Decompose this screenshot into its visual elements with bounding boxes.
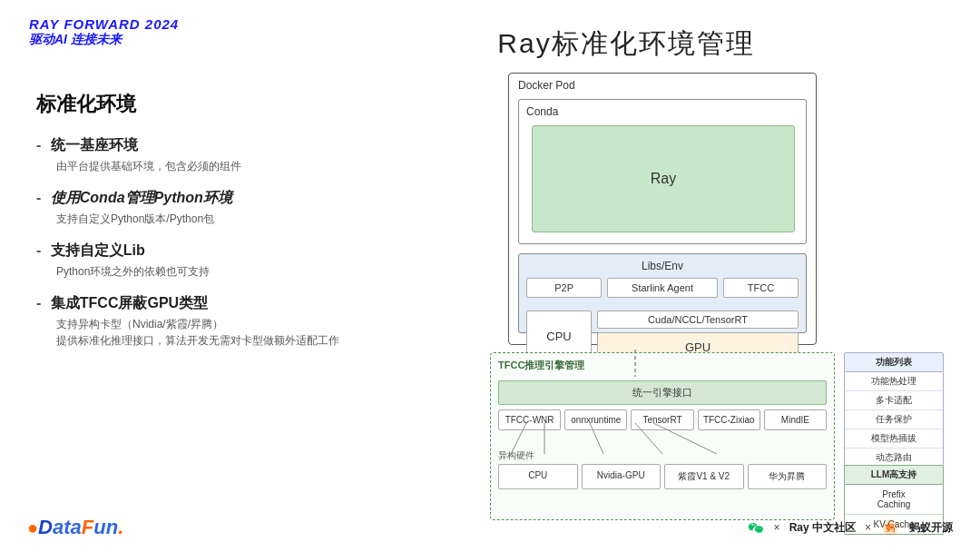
bullet-main-2: - 使用Conda管理Python环境: [36, 189, 445, 208]
bullet-item-2: - 使用Conda管理Python环境 支持自定义Python版本/Python…: [36, 189, 445, 227]
dash-4: -: [36, 295, 41, 310]
libs-env-box: Libs/Env P2P Starlink Agent TFCC CPU Cud…: [518, 253, 807, 333]
conda-box: Conda Ray: [518, 99, 807, 244]
lib-starlink: Starlink Agent: [607, 278, 718, 298]
hw-huawei: 华为昇腾: [748, 464, 828, 489]
bullet-item-3: - 支持自定义Lib Python环境之外的依赖也可支持: [36, 242, 445, 280]
bullet-sub-2: 支持自定义Python版本/Python包: [56, 211, 445, 227]
cuda-box: Cuda/NCCL/TensorRT: [597, 310, 799, 329]
header: RAY FORWARD 2024 驱动AI 连接未来: [29, 16, 179, 48]
hw-nvidia: Nvidia-GPU: [582, 464, 662, 489]
engine-onnxruntime: onnxruntime: [564, 409, 627, 430]
engines-row: TFCC-WNR onnxruntime TensorRT TFCC-Zixia…: [498, 409, 827, 430]
feature-3: 任务保护: [845, 410, 943, 429]
lib-p2p: P2P: [526, 278, 602, 298]
feature-1: 功能热处理: [845, 372, 943, 391]
footer-separator: ×: [774, 521, 780, 534]
feature-4: 模型热插拔: [845, 429, 943, 448]
feature-group: 功能列表 功能热处理 多卡适配 任务保护 模型热插拔 动态路由: [844, 352, 944, 468]
docker-pod-label: Docker Pod: [518, 79, 575, 92]
conda-label: Conda: [526, 105, 558, 118]
ray-box: Ray: [532, 125, 795, 232]
engine-tfcc-wnr: TFCC-WNR: [498, 409, 561, 430]
header-title: RAY FORWARD 2024: [29, 16, 179, 32]
llm-title: LLM高支持: [844, 465, 944, 485]
features-box: 功能列表 功能热处理 多卡适配 任务保护 模型热插拔 动态路由: [844, 352, 944, 475]
libs-row: P2P Starlink Agent TFCC: [526, 278, 799, 298]
engine-mindie: MindIE: [764, 409, 827, 430]
dash-2: -: [36, 190, 41, 205]
bullet-sub-4b: 提供标准化推理接口，算法开发无需对卡型做额外适配工作: [56, 332, 445, 349]
engine-tfcc-zixiao: TFCC-Zixiao: [698, 409, 760, 430]
bullet-sub-3: Python环境之外的依赖也可支持: [56, 263, 445, 280]
feature-2: 多卡适配: [845, 391, 943, 410]
libs-label: Libs/Env: [519, 260, 806, 272]
docker-pod-box: Docker Pod Conda Ray Libs/Env P2P Starli…: [508, 73, 817, 345]
footer-brand3: 蚂蚁开源: [909, 520, 953, 536]
lib-tfcc: TFCC: [723, 278, 799, 298]
ray-label: Ray: [651, 171, 676, 187]
engine-tensorrt: TensorRT: [631, 409, 693, 430]
bullet-sub-4a: 支持异构卡型（Nvidia/紫霞/昇腾）: [56, 316, 445, 332]
footer-brand1: Ray 中文社区: [789, 520, 856, 536]
right-panel: Docker Pod Conda Ray Libs/Env P2P Starli…: [490, 73, 953, 536]
footer-right: × Ray 中文社区 × 蚂 蚂蚁开源: [747, 518, 953, 537]
features-title: 功能列表: [844, 352, 944, 372]
hw-cpu: CPU: [498, 464, 578, 489]
logo-datafun: ●DataFun.: [27, 516, 123, 538]
bullet-main-3: - 支持自定义Lib: [36, 242, 445, 261]
bullet-main-4: - 集成TFCC屏蔽GPU类型: [36, 294, 445, 313]
hw-row: CPU Nvidia-GPU 紫霞V1 & V2 华为昇腾: [498, 464, 827, 489]
tfcc-box: TFCC推理引擎管理 统一引擎接口 TFCC-WNR onnxruntime T…: [490, 352, 835, 520]
hw-zixiao: 紫霞V1 & V2: [664, 464, 744, 489]
svg-text:蚂: 蚂: [886, 523, 895, 533]
page-title: Ray标准化环境管理: [363, 25, 889, 63]
tfcc-label: TFCC推理引擎管理: [498, 359, 584, 372]
bullet-main-1: - 统一基座环境: [36, 136, 445, 155]
ant-icon: 蚂: [880, 518, 900, 537]
dash-3: -: [36, 242, 41, 258]
unified-bar: 统一引擎接口: [498, 380, 827, 405]
left-panel: 标准化环境 - 统一基座环境 由平台提供基础环境，包含必须的组件 - 使用Con…: [36, 91, 445, 363]
footer-logo: ●DataFun.: [27, 516, 123, 539]
section-title: 标准化环境: [36, 91, 445, 118]
feature-5: 动态路由: [845, 448, 943, 467]
feature-items: 功能热处理 多卡适配 任务保护 模型热插拔 动态路由: [844, 372, 944, 468]
wechat-icon: [747, 518, 765, 537]
bullet-sub-1: 由平台提供基础环境，包含必须的组件: [56, 158, 445, 174]
dash-1: -: [36, 137, 41, 153]
hw-label: 异构硬件: [498, 449, 534, 462]
footer-brand2: ×: [865, 521, 871, 534]
header-subtitle: 驱动AI 连接未来: [29, 32, 179, 48]
llm-item-1: Prefix Caching: [845, 485, 943, 515]
footer: ●DataFun. × Ray 中文社区 × 蚂 蚂蚁开源: [27, 516, 953, 539]
bullet-item-4: - 集成TFCC屏蔽GPU类型 支持异构卡型（Nvidia/紫霞/昇腾） 提供标…: [36, 294, 445, 349]
bullet-item-1: - 统一基座环境 由平台提供基础环境，包含必须的组件: [36, 136, 445, 174]
